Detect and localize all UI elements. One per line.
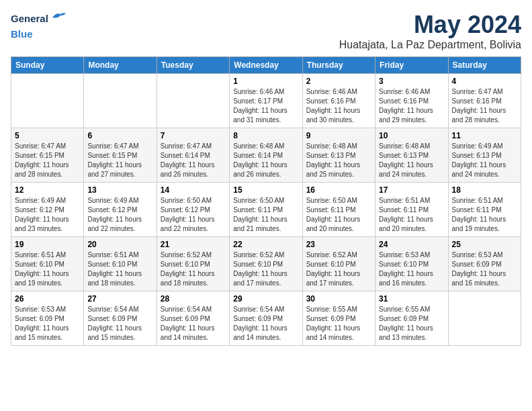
day-info: Sunrise: 6:46 AM Sunset: 6:16 PM Dayligh… <box>379 87 444 125</box>
day-info: Sunrise: 6:51 AM Sunset: 6:11 PM Dayligh… <box>452 196 517 234</box>
day-number: 22 <box>233 240 298 249</box>
calendar-cell: 22Sunrise: 6:52 AM Sunset: 6:10 PM Dayli… <box>230 237 302 291</box>
day-info: Sunrise: 6:49 AM Sunset: 6:12 PM Dayligh… <box>87 196 152 234</box>
day-number: 5 <box>15 131 80 140</box>
calendar-cell: 9Sunrise: 6:48 AM Sunset: 6:13 PM Daylig… <box>302 128 375 183</box>
day-info: Sunrise: 6:51 AM Sunset: 6:10 PM Dayligh… <box>15 250 80 288</box>
logo: General Blue <box>11 11 66 40</box>
calendar-cell: 30Sunrise: 6:55 AM Sunset: 6:09 PM Dayli… <box>302 291 375 346</box>
day-number: 13 <box>87 185 152 195</box>
calendar-cell: 16Sunrise: 6:50 AM Sunset: 6:11 PM Dayli… <box>302 183 375 237</box>
day-info: Sunrise: 6:46 AM Sunset: 6:17 PM Dayligh… <box>233 87 298 125</box>
day-number: 9 <box>306 131 371 140</box>
calendar-cell: 15Sunrise: 6:50 AM Sunset: 6:11 PM Dayli… <box>230 183 302 237</box>
calendar-week-row: 1Sunrise: 6:46 AM Sunset: 6:17 PM Daylig… <box>11 74 521 128</box>
logo-general: General <box>11 13 48 24</box>
calendar-cell: 26Sunrise: 6:53 AM Sunset: 6:09 PM Dayli… <box>11 291 84 346</box>
calendar-cell: 21Sunrise: 6:52 AM Sunset: 6:10 PM Dayli… <box>157 237 229 291</box>
day-number: 1 <box>233 77 298 86</box>
calendar-cell <box>84 74 157 128</box>
day-info: Sunrise: 6:52 AM Sunset: 6:10 PM Dayligh… <box>233 250 298 288</box>
day-info: Sunrise: 6:54 AM Sunset: 6:09 PM Dayligh… <box>233 305 298 342</box>
calendar-cell: 24Sunrise: 6:53 AM Sunset: 6:10 PM Dayli… <box>375 237 448 291</box>
calendar-cell: 11Sunrise: 6:49 AM Sunset: 6:13 PM Dayli… <box>448 128 521 183</box>
column-header-saturday: Saturday <box>448 57 521 74</box>
calendar-cell: 10Sunrise: 6:48 AM Sunset: 6:13 PM Dayli… <box>375 128 448 183</box>
calendar-cell <box>157 74 229 128</box>
day-info: Sunrise: 6:54 AM Sunset: 6:09 PM Dayligh… <box>161 305 226 342</box>
column-header-friday: Friday <box>375 57 448 74</box>
day-number: 30 <box>306 294 371 304</box>
day-info: Sunrise: 6:52 AM Sunset: 6:10 PM Dayligh… <box>161 250 226 288</box>
column-header-monday: Monday <box>84 57 157 74</box>
day-info: Sunrise: 6:47 AM Sunset: 6:15 PM Dayligh… <box>15 142 80 179</box>
day-number: 11 <box>452 131 517 140</box>
day-info: Sunrise: 6:51 AM Sunset: 6:11 PM Dayligh… <box>379 196 444 234</box>
calendar-cell: 29Sunrise: 6:54 AM Sunset: 6:09 PM Dayli… <box>230 291 302 346</box>
day-info: Sunrise: 6:50 AM Sunset: 6:11 PM Dayligh… <box>306 196 371 234</box>
day-number: 6 <box>87 131 152 140</box>
day-number: 24 <box>379 240 444 249</box>
calendar-cell: 31Sunrise: 6:55 AM Sunset: 6:09 PM Dayli… <box>375 291 448 346</box>
calendar-cell: 23Sunrise: 6:52 AM Sunset: 6:10 PM Dayli… <box>302 237 375 291</box>
calendar-cell: 18Sunrise: 6:51 AM Sunset: 6:11 PM Dayli… <box>448 183 521 237</box>
day-info: Sunrise: 6:53 AM Sunset: 6:09 PM Dayligh… <box>452 250 517 288</box>
calendar-cell: 25Sunrise: 6:53 AM Sunset: 6:09 PM Dayli… <box>448 237 521 291</box>
day-info: Sunrise: 6:48 AM Sunset: 6:13 PM Dayligh… <box>379 142 444 179</box>
calendar-week-row: 19Sunrise: 6:51 AM Sunset: 6:10 PM Dayli… <box>11 237 521 291</box>
calendar-table: SundayMondayTuesdayWednesdayThursdayFrid… <box>11 56 521 346</box>
day-number: 31 <box>379 294 444 304</box>
location-subtitle: Huatajata, La Paz Department, Bolivia <box>339 39 521 51</box>
calendar-cell: 3Sunrise: 6:46 AM Sunset: 6:16 PM Daylig… <box>375 74 448 128</box>
day-number: 3 <box>379 77 444 86</box>
column-header-sunday: Sunday <box>11 57 84 74</box>
day-number: 16 <box>306 185 371 195</box>
day-info: Sunrise: 6:47 AM Sunset: 6:15 PM Dayligh… <box>87 142 152 179</box>
calendar-cell: 5Sunrise: 6:47 AM Sunset: 6:15 PM Daylig… <box>11 128 84 183</box>
calendar-cell: 4Sunrise: 6:47 AM Sunset: 6:16 PM Daylig… <box>448 74 521 128</box>
page-header: General Blue May 2024 Huatajata, La Paz … <box>11 11 521 51</box>
day-info: Sunrise: 6:48 AM Sunset: 6:14 PM Dayligh… <box>233 142 298 179</box>
day-info: Sunrise: 6:51 AM Sunset: 6:10 PM Dayligh… <box>87 250 152 288</box>
day-number: 19 <box>15 240 80 249</box>
day-info: Sunrise: 6:50 AM Sunset: 6:11 PM Dayligh… <box>233 196 298 234</box>
day-number: 17 <box>379 185 444 195</box>
day-info: Sunrise: 6:49 AM Sunset: 6:12 PM Dayligh… <box>15 196 80 234</box>
calendar-cell <box>448 291 521 346</box>
day-number: 4 <box>452 77 517 86</box>
day-number: 23 <box>306 240 371 249</box>
day-number: 27 <box>87 294 152 304</box>
day-number: 14 <box>161 185 226 195</box>
day-number: 25 <box>452 240 517 249</box>
day-number: 29 <box>233 294 298 304</box>
day-info: Sunrise: 6:46 AM Sunset: 6:16 PM Dayligh… <box>306 87 371 125</box>
day-info: Sunrise: 6:48 AM Sunset: 6:13 PM Dayligh… <box>306 142 371 179</box>
day-number: 26 <box>15 294 80 304</box>
calendar-cell <box>11 74 84 128</box>
day-info: Sunrise: 6:53 AM Sunset: 6:09 PM Dayligh… <box>15 305 80 342</box>
calendar-week-row: 26Sunrise: 6:53 AM Sunset: 6:09 PM Dayli… <box>11 291 521 346</box>
calendar-cell: 27Sunrise: 6:54 AM Sunset: 6:09 PM Dayli… <box>84 291 157 346</box>
day-info: Sunrise: 6:50 AM Sunset: 6:12 PM Dayligh… <box>161 196 226 234</box>
day-number: 18 <box>452 185 517 195</box>
day-info: Sunrise: 6:49 AM Sunset: 6:13 PM Dayligh… <box>452 142 517 179</box>
day-number: 20 <box>87 240 152 249</box>
calendar-cell: 17Sunrise: 6:51 AM Sunset: 6:11 PM Dayli… <box>375 183 448 237</box>
day-number: 2 <box>306 77 371 86</box>
month-title: May 2024 <box>339 11 521 39</box>
calendar-week-row: 12Sunrise: 6:49 AM Sunset: 6:12 PM Dayli… <box>11 183 521 237</box>
column-header-tuesday: Tuesday <box>157 57 229 74</box>
calendar-cell: 2Sunrise: 6:46 AM Sunset: 6:16 PM Daylig… <box>302 74 375 128</box>
calendar-cell: 1Sunrise: 6:46 AM Sunset: 6:17 PM Daylig… <box>230 74 302 128</box>
logo-blue-line: Blue <box>11 28 33 40</box>
calendar-cell: 7Sunrise: 6:47 AM Sunset: 6:14 PM Daylig… <box>157 128 229 183</box>
logo-bird-icon <box>51 11 66 24</box>
calendar-cell: 28Sunrise: 6:54 AM Sunset: 6:09 PM Dayli… <box>157 291 229 346</box>
logo-text: General <box>11 11 66 26</box>
calendar-week-row: 5Sunrise: 6:47 AM Sunset: 6:15 PM Daylig… <box>11 128 521 183</box>
day-number: 8 <box>233 131 298 140</box>
day-number: 7 <box>161 131 226 140</box>
day-info: Sunrise: 6:52 AM Sunset: 6:10 PM Dayligh… <box>306 250 371 288</box>
day-number: 15 <box>233 185 298 195</box>
calendar-cell: 8Sunrise: 6:48 AM Sunset: 6:14 PM Daylig… <box>230 128 302 183</box>
